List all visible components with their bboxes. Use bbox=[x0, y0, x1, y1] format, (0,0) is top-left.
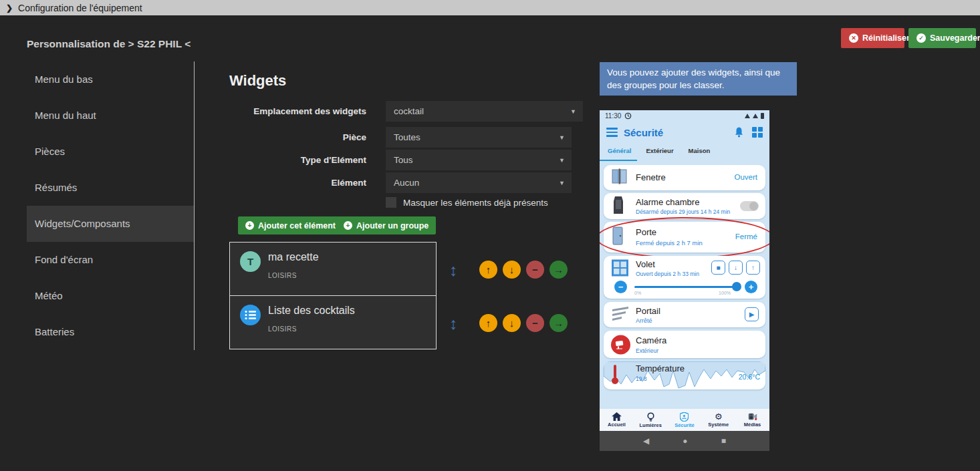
active-tab-underline bbox=[600, 160, 637, 161]
sidebar-divider bbox=[194, 61, 195, 350]
remove-button[interactable]: − bbox=[526, 314, 544, 332]
slider-knob bbox=[732, 282, 741, 291]
sidebar-item-menu-du-haut[interactable]: Menu du haut bbox=[27, 98, 194, 134]
camera-icon bbox=[611, 335, 630, 354]
move-up-button[interactable]: ↑ bbox=[479, 314, 497, 332]
android-home-icon: ● bbox=[683, 436, 687, 446]
add-group-button[interactable]: + Ajouter un groupe bbox=[336, 216, 436, 234]
nav-medias: Médias bbox=[735, 409, 769, 431]
sidebar-item-widgets-composants[interactable]: Widgets/Composants bbox=[27, 206, 194, 242]
device-title: Fenetre bbox=[636, 172, 666, 182]
down-arrow-icon: ↓ bbox=[509, 317, 515, 329]
nav-securite: Sécurité bbox=[668, 409, 702, 431]
slider-min-label: 0% bbox=[634, 291, 641, 295]
device-card-alarme: Alarme chambre Désarmé depuis 29 jours 1… bbox=[604, 193, 765, 219]
sidebar-item-fond-ecran[interactable]: Fond d'écran bbox=[27, 242, 194, 278]
sidebar-item-pieces[interactable]: Pièces bbox=[27, 134, 194, 170]
right-arrow-icon: → bbox=[554, 317, 564, 329]
toggle-off bbox=[740, 201, 759, 211]
app-window: ❯ Configuration de l'équipement Personna… bbox=[0, 0, 980, 471]
sidebar-item-batteries[interactable]: Batteries bbox=[27, 314, 194, 350]
edit-button[interactable]: → bbox=[549, 314, 568, 332]
apps-grid-icon bbox=[752, 127, 763, 138]
chevron-down-icon: ▼ bbox=[570, 108, 576, 115]
phone-preview: 11:30 Sécurité Général Extérieur Maison bbox=[600, 110, 769, 451]
breadcrumb[interactable]: Configuration de l'équipement bbox=[18, 3, 142, 13]
minus-icon: − bbox=[532, 317, 538, 329]
plus-circle-icon: + bbox=[344, 221, 352, 230]
widget-list: T ma recette LOISIRS Liste des cocktails… bbox=[229, 242, 437, 349]
move-down-button[interactable]: ↓ bbox=[503, 314, 521, 332]
chevron-down-icon: ▼ bbox=[559, 157, 565, 164]
move-down-button[interactable]: ↓ bbox=[503, 261, 521, 279]
device-title: Alarme chambre bbox=[636, 197, 699, 207]
sidebar-item-resumes[interactable]: Résumés bbox=[27, 170, 194, 206]
bell-icon bbox=[734, 127, 744, 138]
field-label-piece: Pièce bbox=[229, 127, 366, 148]
widget-group-label: LOISIRS bbox=[268, 325, 297, 333]
window-open-icon bbox=[611, 168, 628, 188]
save-button[interactable]: ✓ Sauvegarder bbox=[908, 28, 976, 48]
phone-app-title: Sécurité bbox=[624, 127, 734, 138]
list-item[interactable]: Liste des cocktails LOISIRS bbox=[230, 295, 436, 349]
phone-tabs: Général Extérieur Maison bbox=[600, 145, 769, 160]
gear-icon: ⚙ bbox=[715, 412, 723, 421]
dropdown-value: cocktail bbox=[394, 106, 570, 116]
temperature-current-value: 20.6°C bbox=[739, 373, 760, 381]
signal-icon bbox=[753, 114, 758, 118]
dropdown-element[interactable]: Aucun ▼ bbox=[386, 172, 572, 193]
dropdown-emplacement-widgets[interactable]: cocktail ▼ bbox=[386, 101, 583, 122]
dropdown-piece[interactable]: Toutes ▼ bbox=[386, 127, 572, 148]
add-group-label: Ajouter un groupe bbox=[356, 221, 428, 230]
device-card-temperature: Température 19.8 20.6°C bbox=[604, 361, 765, 389]
menu-icon bbox=[606, 128, 618, 137]
stop-button: ■ bbox=[711, 261, 725, 275]
widget-group-label: LOISIRS bbox=[268, 272, 297, 279]
sidebar-item-meteo[interactable]: Météo bbox=[27, 278, 194, 314]
battery-icon bbox=[761, 113, 764, 119]
add-element-button[interactable]: + Ajouter cet élément bbox=[238, 216, 343, 234]
device-subtitle: Ouvert depuis 2 h 33 min bbox=[636, 271, 699, 277]
edit-button[interactable]: → bbox=[549, 261, 568, 279]
dropdown-value: Aucun bbox=[394, 178, 559, 188]
section-heading: Widgets bbox=[229, 72, 286, 90]
minus-icon: − bbox=[532, 264, 538, 275]
reset-button[interactable]: ✕ Réinitialiser bbox=[841, 28, 904, 48]
phone-tab-general: Général bbox=[608, 145, 631, 160]
up-arrow-icon: ↑ bbox=[486, 317, 491, 329]
android-recents-icon: ■ bbox=[721, 436, 726, 446]
drag-handle-icon[interactable]: ↕ bbox=[447, 315, 460, 332]
remove-button[interactable]: − bbox=[526, 261, 544, 279]
shutter-up-button: ↑ bbox=[746, 261, 760, 275]
nav-systeme: ⚙ Système bbox=[701, 409, 735, 431]
sidebar-item-menu-du-bas[interactable]: Menu du bas bbox=[27, 61, 194, 98]
move-up-button[interactable]: ↑ bbox=[479, 261, 497, 279]
chevron-down-icon: ▼ bbox=[559, 180, 565, 186]
dropdown-value: Toutes bbox=[394, 132, 559, 142]
wifi-icon bbox=[745, 114, 750, 118]
android-nav-bar: ◀ ● ■ bbox=[600, 431, 769, 451]
home-icon bbox=[612, 412, 622, 421]
add-element-label: Ajouter cet élément bbox=[258, 221, 336, 230]
device-subtitle: Extérieur bbox=[636, 347, 658, 354]
dropdown-type-element[interactable]: Tous ▼ bbox=[386, 150, 572, 170]
clock-icon bbox=[624, 112, 632, 120]
chevron-down-icon: ▼ bbox=[559, 134, 565, 141]
device-card-fenetre: Fenetre Ouvert bbox=[604, 165, 765, 190]
check-circle-icon: ✓ bbox=[916, 33, 926, 43]
shield-icon bbox=[680, 412, 689, 422]
drag-handle-icon[interactable]: ↕ bbox=[447, 261, 460, 279]
up-arrow-icon: ↑ bbox=[486, 264, 491, 275]
phone-bottom-nav: Accueil Lumières Sécurité ⚙ Système Médi… bbox=[600, 409, 769, 431]
phone-time: 11:30 bbox=[605, 112, 621, 120]
list-item[interactable]: T ma recette LOISIRS bbox=[230, 243, 436, 295]
chevron-right-icon[interactable]: ❯ bbox=[6, 3, 13, 13]
device-title: Caméra bbox=[636, 335, 666, 345]
device-title: Température bbox=[636, 363, 685, 373]
slider-max-label: 100% bbox=[719, 291, 731, 295]
field-label-emplacement: Emplacement des widgets bbox=[229, 101, 366, 122]
hide-existing-checkbox[interactable] bbox=[386, 197, 396, 208]
nav-lumieres: Lumières bbox=[634, 409, 668, 431]
bulb-icon bbox=[646, 412, 655, 422]
hide-existing-checkbox-label: Masquer les éléments déjà présents bbox=[403, 197, 548, 208]
